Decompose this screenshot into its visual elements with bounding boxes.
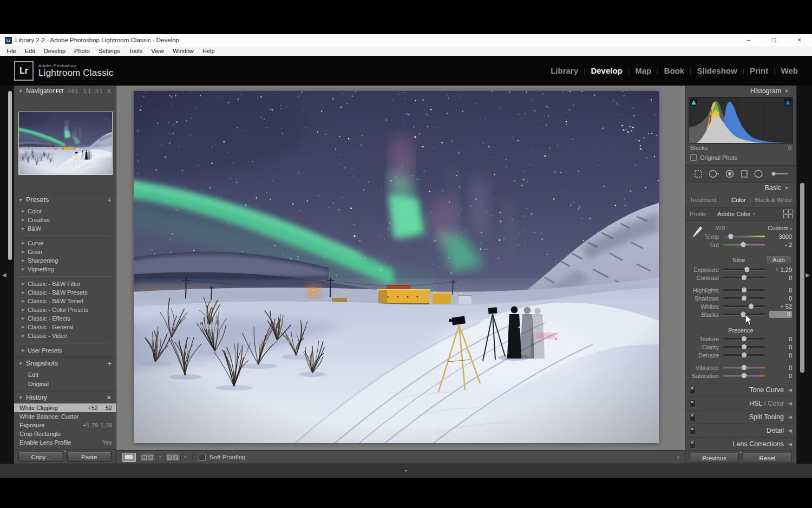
- slider-thumb[interactable]: [741, 311, 746, 317]
- slider-thumb[interactable]: [744, 266, 750, 272]
- left-scrollbar[interactable]: [8, 91, 12, 260]
- slider-track-exposure[interactable]: [723, 269, 765, 270]
- preset-group[interactable]: ▶B&W: [14, 224, 116, 233]
- crop-tool-icon[interactable]: [693, 169, 704, 179]
- graduated-filter-tool-icon[interactable]: [740, 169, 749, 179]
- profile-dropdown-icon[interactable]: ▾: [753, 212, 755, 216]
- wb-select[interactable]: Custom ▾: [768, 225, 792, 231]
- before-after-view-button[interactable]: YY: [165, 453, 181, 462]
- panel-hsl[interactable]: HSL / Color◀: [685, 396, 796, 410]
- preset-group[interactable]: ▶Curve: [14, 239, 116, 248]
- slider-track-texture[interactable]: [723, 338, 765, 340]
- slider-track-tint[interactable]: [723, 244, 765, 245]
- expand-icon[interactable]: ▶: [22, 282, 28, 286]
- slider-track-highlights[interactable]: [723, 289, 765, 291]
- maximize-button[interactable]: □: [761, 34, 787, 46]
- create-preset-icon[interactable]: +: [107, 196, 112, 204]
- previous-button[interactable]: Previous: [690, 453, 739, 463]
- collapse-left-panel-icon[interactable]: ◀: [2, 272, 6, 278]
- panel-lens-corrections[interactable]: Lens Corrections◀: [685, 437, 796, 451]
- slider-thumb[interactable]: [728, 233, 734, 239]
- expand-icon[interactable]: ▶: [22, 299, 28, 303]
- slider-track-dehaze[interactable]: [723, 354, 765, 356]
- histogram-box[interactable]: [689, 97, 793, 144]
- expand-icon[interactable]: ▶: [22, 316, 28, 321]
- panel-detail[interactable]: Detail◀: [685, 424, 796, 437]
- module-develop[interactable]: Develop: [585, 66, 627, 75]
- navigator-header[interactable]: ▼ Navigator FITFILL1:13:1⇕: [14, 86, 116, 96]
- toolbar-options-icon[interactable]: ▾: [677, 455, 679, 460]
- slider-thumb[interactable]: [749, 303, 754, 309]
- expand-icon[interactable]: ▶: [22, 308, 28, 312]
- slider-track-clarity[interactable]: [723, 346, 765, 348]
- preset-group[interactable]: ▶Color: [14, 207, 116, 216]
- zoom-option-3:1[interactable]: 3:1: [95, 88, 103, 94]
- expand-icon[interactable]: ▶: [22, 258, 28, 263]
- histogram-header[interactable]: Histogram ▼: [685, 86, 796, 96]
- expand-panel-icon[interactable]: ◀: [788, 414, 792, 420]
- preset-group[interactable]: ▶Grain: [14, 248, 116, 256]
- panel-toggle-icon[interactable]: [690, 400, 696, 408]
- preset-group[interactable]: ▶Classic - Effects: [14, 314, 116, 323]
- module-library[interactable]: Library: [545, 66, 584, 75]
- zoom-option-fit[interactable]: FIT: [56, 88, 64, 94]
- clear-history-icon[interactable]: ✕: [107, 394, 112, 401]
- menu-view[interactable]: View: [147, 48, 168, 54]
- module-map[interactable]: Map: [630, 66, 657, 75]
- expand-panel-icon[interactable]: ◀: [788, 387, 792, 393]
- menu-help[interactable]: Help: [198, 48, 219, 54]
- snapshots-header[interactable]: ▼ Snapshots +: [14, 358, 116, 369]
- slider-thumb[interactable]: [741, 242, 746, 247]
- slider-thumb[interactable]: [742, 352, 747, 357]
- expand-icon[interactable]: ▶: [22, 226, 28, 231]
- wb-eyedropper-icon[interactable]: [690, 224, 704, 240]
- slider-value[interactable]: 0: [769, 311, 792, 318]
- profile-browser-icon[interactable]: [783, 210, 792, 218]
- show-filmstrip-icon[interactable]: ▾: [405, 468, 407, 473]
- expand-icon[interactable]: ▶: [22, 325, 28, 329]
- presets-header[interactable]: ▼ Presets +: [14, 194, 116, 205]
- original-photo-checkbox[interactable]: [690, 154, 697, 161]
- paste-button[interactable]: Paste: [67, 452, 112, 462]
- history-item[interactable]: Exposure+1,291,29: [14, 421, 116, 429]
- photo-canvas[interactable]: [134, 91, 659, 443]
- preset-group[interactable]: ▶Classic - B&W Toned: [14, 297, 116, 305]
- navigator-thumbnail[interactable]: [18, 112, 113, 175]
- panel-split-toning[interactable]: Split Toning◀: [685, 410, 796, 424]
- expand-panel-icon[interactable]: ◀: [788, 401, 792, 406]
- expand-icon[interactable]: ▶: [22, 250, 28, 254]
- snapshot-item[interactable]: Edit: [14, 370, 116, 379]
- reference-view-dropdown-icon[interactable]: ▾: [159, 455, 161, 459]
- slider-thumb[interactable]: [742, 373, 747, 378]
- zoom-option-1:1[interactable]: 1:1: [83, 88, 91, 94]
- slider-thumb[interactable]: [742, 336, 747, 341]
- preset-group[interactable]: ▶Classic - B&W Filter: [14, 279, 116, 288]
- red-eye-tool-icon[interactable]: [724, 169, 735, 179]
- slider-track-whites[interactable]: [723, 305, 765, 307]
- panel-toggle-icon[interactable]: [690, 386, 696, 394]
- slider-track-saturation[interactable]: [723, 375, 765, 376]
- preset-group[interactable]: ▶Classic - General: [14, 323, 116, 331]
- copy-button[interactable]: Copy...: [18, 452, 63, 462]
- menu-window[interactable]: Window: [168, 48, 198, 54]
- module-print[interactable]: Print: [744, 66, 774, 75]
- before-after-dropdown-icon[interactable]: ▾: [185, 455, 187, 459]
- slider-thumb[interactable]: [742, 295, 747, 301]
- create-snapshot-icon[interactable]: +: [107, 360, 112, 368]
- preset-group[interactable]: ▶User Presets: [14, 346, 116, 355]
- panel-toggle-icon[interactable]: [690, 440, 696, 448]
- expand-panel-icon[interactable]: ◀: [788, 428, 792, 433]
- slider-thumb[interactable]: [742, 344, 747, 349]
- adjustment-brush-tool-icon[interactable]: [768, 169, 789, 179]
- history-header[interactable]: ▼ History ✕: [14, 392, 116, 403]
- slider-track-blacks[interactable]: [723, 314, 765, 315]
- panel-toggle-icon[interactable]: [690, 427, 696, 435]
- history-item[interactable]: Crop Rectangle: [14, 429, 116, 438]
- shadow-clipping-indicator[interactable]: [690, 99, 697, 106]
- zoom-option-fill[interactable]: FILL: [68, 88, 79, 94]
- panel-tone-curve[interactable]: Tone Curve◀: [685, 383, 796, 396]
- slider-track-contrast[interactable]: [723, 277, 765, 278]
- module-web[interactable]: Web: [776, 66, 803, 75]
- close-button[interactable]: ×: [787, 34, 812, 46]
- preset-group[interactable]: ▶Creative: [14, 216, 116, 224]
